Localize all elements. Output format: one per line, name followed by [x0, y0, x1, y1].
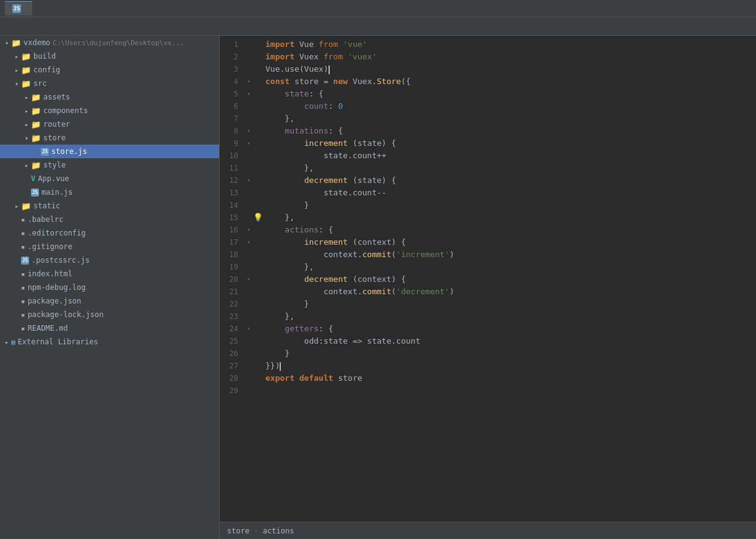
sidebar-item-assets[interactable]: 📁assets: [0, 90, 219, 104]
fold-button[interactable]: [247, 88, 251, 100]
sidebar-item-app_vue[interactable]: VApp.vue: [0, 172, 219, 185]
token-fn: decrement: [304, 274, 348, 284]
line-number: 26: [220, 347, 244, 360]
line-number: 2: [220, 51, 244, 63]
generic-file-icon: ▪: [21, 243, 25, 251]
main-content: 📁vxdemoC:\Users\dujunfeng\Desktop\vx...📁…: [0, 36, 756, 539]
token-id: (context) {: [348, 237, 406, 247]
fold-gutter: [244, 150, 253, 162]
fold-gutter: [244, 360, 253, 372]
lightbulb-gutter: [253, 137, 263, 150]
line-number: 7: [220, 112, 244, 125]
folder-arrow: [2, 337, 11, 346]
sidebar-item-label: store.js: [51, 147, 87, 156]
sidebar-item-postcssrc[interactable]: JS.postcssrc.js: [0, 253, 219, 267]
sidebar-item-components[interactable]: 📁components: [0, 104, 219, 117]
line-number: 28: [220, 372, 244, 384]
fold-button[interactable]: [247, 236, 251, 248]
sidebar-item-readme[interactable]: ▪README.md: [0, 321, 219, 335]
code-line: 17 increment (context) {: [220, 236, 756, 248]
notification-bar: [0, 17, 756, 36]
lightbulb-gutter: [253, 38, 263, 51]
code-line: 11 },: [220, 162, 756, 174]
sidebar-item-label: style: [43, 161, 66, 169]
token-id: },: [265, 163, 314, 172]
folder-icon: 📁: [21, 66, 31, 75]
token-id: }: [265, 299, 309, 308]
generic-file-icon: ▪: [21, 270, 25, 278]
fold-button[interactable]: [247, 273, 251, 286]
sidebar-item-gitignore[interactable]: ▪.gitignore: [0, 240, 219, 253]
folder-arrow: [12, 66, 21, 74]
lightbulb-gutter: [253, 236, 263, 248]
fold-gutter: [244, 51, 253, 63]
sidebar-item-router[interactable]: 📁router: [0, 117, 219, 131]
folder-arrow: [22, 120, 31, 129]
line-number: 29: [220, 384, 244, 397]
code-line: 10 state.count++: [220, 150, 756, 162]
fold-gutter[interactable]: [244, 88, 253, 100]
fold-button[interactable]: [247, 224, 251, 236]
fold-gutter[interactable]: [244, 273, 253, 286]
token-id: Vuex.: [348, 77, 377, 86]
sidebar-item-index_html[interactable]: ▪index.html: [0, 267, 219, 281]
sidebar-item-main_js[interactable]: JSmain.js: [0, 185, 219, 199]
sidebar-item-label: App.vue: [38, 174, 69, 183]
sidebar-item-config[interactable]: 📁config: [0, 63, 219, 77]
fold-gutter[interactable]: [244, 125, 253, 137]
token-id: [265, 89, 285, 98]
sidebar-item-style[interactable]: 📁style: [0, 158, 219, 172]
folder-icon: 📁: [31, 161, 41, 170]
token-id: [265, 274, 304, 284]
sidebar-item-package_json[interactable]: ▪package.json: [0, 294, 219, 308]
sidebar: 📁vxdemoC:\Users\dujunfeng\Desktop\vx...📁…: [0, 36, 220, 539]
sidebar-item-package_lock[interactable]: ▪package-lock.json: [0, 308, 219, 321]
sidebar-item-store[interactable]: 📁store: [0, 131, 219, 145]
sidebar-item-babelrc[interactable]: ▪.babelrc: [0, 213, 219, 226]
fold-gutter[interactable]: [244, 137, 253, 150]
code-container[interactable]: 1import Vue from 'vue'2import Vuex from …: [220, 36, 756, 522]
sidebar-item-static[interactable]: 📁static: [0, 199, 219, 213]
folder-arrow: [22, 134, 31, 142]
generic-file-icon: ▪: [21, 311, 25, 319]
line-number: 13: [220, 187, 244, 199]
code-line: 4const store = new Vuex.Store({: [220, 75, 756, 88]
line-content: mutations: {: [263, 125, 756, 137]
store-js-tab[interactable]: JS: [5, 1, 32, 15]
fold-button[interactable]: [247, 75, 251, 88]
token-kw: const: [265, 77, 290, 86]
code-line: 8 mutations: {: [220, 125, 756, 137]
sidebar-item-label: .postcssrc.js: [32, 256, 90, 265]
sidebar-item-vxdemo[interactable]: 📁vxdemoC:\Users\dujunfeng\Desktop\vx...: [0, 36, 219, 49]
sidebar-item-npm_debug[interactable]: ▪npm-debug.log: [0, 281, 219, 294]
breadcrumb-item[interactable]: store: [227, 527, 249, 535]
fold-button[interactable]: [247, 174, 251, 187]
fold-button[interactable]: [247, 137, 251, 150]
folder-icon: 📁: [21, 52, 31, 61]
fold-gutter[interactable]: [244, 236, 253, 248]
token-str: 'vuex': [348, 52, 377, 61]
fold-gutter[interactable]: [244, 224, 253, 236]
fold-gutter[interactable]: [244, 75, 253, 88]
fold-gutter[interactable]: [244, 323, 253, 335]
line-number: 16: [220, 224, 244, 236]
line-number: 27: [220, 360, 244, 372]
line-number: 15: [220, 211, 244, 224]
code-line: 2import Vuex from 'vuex': [220, 51, 756, 63]
fold-gutter[interactable]: [244, 174, 253, 187]
token-id: [265, 237, 304, 247]
sidebar-item-build[interactable]: 📁build: [0, 49, 219, 63]
breadcrumb-item[interactable]: actions: [263, 527, 294, 535]
sidebar-item-editorconfig[interactable]: ▪.editorconfig: [0, 226, 219, 240]
fold-button[interactable]: [247, 323, 251, 335]
sidebar-item-src[interactable]: 📁src: [0, 77, 219, 90]
sidebar-item-store_js[interactable]: JSstore.js: [0, 145, 219, 158]
sidebar-item-ext_libs[interactable]: ▦External Libraries: [0, 335, 219, 349]
token-id: ({: [401, 77, 411, 86]
fold-gutter: [244, 38, 253, 51]
fold-button[interactable]: [247, 125, 251, 137]
token-id: },: [265, 262, 314, 271]
token-fn: increment: [304, 237, 348, 247]
sidebar-item-label: store: [43, 134, 66, 142]
line-number: 24: [220, 323, 244, 335]
